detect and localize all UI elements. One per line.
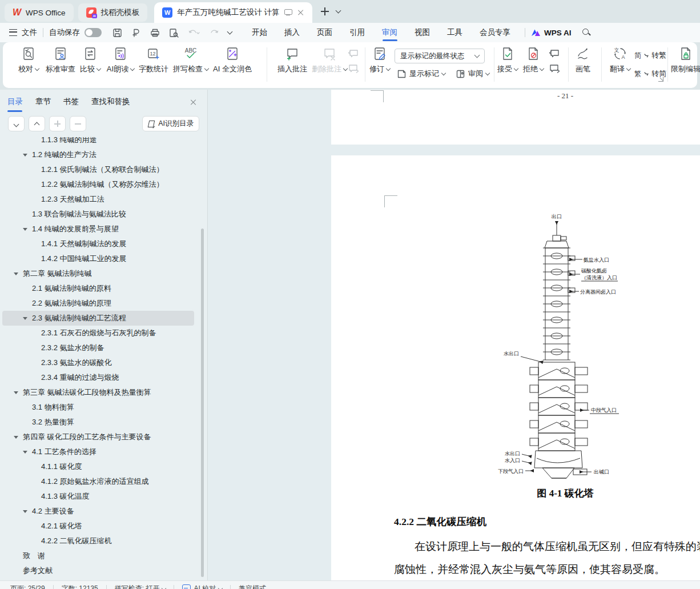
- toc-item[interactable]: 第四章 碳化工段的工艺条件与主要设备: [2, 430, 194, 444]
- sidebar-tab-find-replace[interactable]: 查找和替换: [91, 97, 130, 112]
- tab-list-chevron-icon[interactable]: [336, 8, 341, 14]
- qat-chevron-icon[interactable]: [227, 29, 233, 35]
- toc-item[interactable]: 1.2 纯碱的生产方法: [2, 147, 194, 162]
- previous-heading-button[interactable]: [29, 116, 45, 131]
- restrict-editing-button[interactable]: 限制编辑: [671, 46, 700, 74]
- ai-proofread-status[interactable]: AI 校对: [182, 584, 222, 589]
- print-preview-icon[interactable]: [168, 27, 179, 38]
- toc-item[interactable]: 4.1.1 碳化度: [2, 459, 194, 474]
- show-markup-button[interactable]: 显示标记: [397, 69, 445, 79]
- wps-ai-button[interactable]: WPS AI: [531, 29, 572, 37]
- reject-button[interactable]: 拒绝: [523, 46, 544, 74]
- menu-start[interactable]: 开始: [243, 23, 276, 42]
- translate-button[interactable]: 文A 翻译: [610, 46, 630, 74]
- menu-view[interactable]: 视图: [406, 23, 438, 42]
- collapse-arrow-icon[interactable]: [14, 436, 23, 439]
- undo-icon[interactable]: [187, 27, 201, 38]
- toc-item[interactable]: 2.3.3 氨盐水的碳酸化: [2, 355, 194, 370]
- search-icon[interactable]: [582, 28, 591, 37]
- document-page-22[interactable]: 出口 氨盐水入口 碳酸化氨卤 （清洗液）入口 分离器间卤入口 水出口 中段气入口…: [331, 155, 700, 589]
- toc-item[interactable]: 1.4.2 中国纯碱工业的发展: [2, 251, 194, 266]
- sidebar-tab-bookmarks[interactable]: 书签: [63, 97, 79, 112]
- toc-item[interactable]: 4.2 主要设备: [2, 504, 194, 519]
- ai-polish-button[interactable]: AI 全文润色: [213, 46, 252, 74]
- toc-item[interactable]: 2.2 氨碱法制纯碱的原理: [2, 296, 194, 311]
- close-tab-icon[interactable]: [297, 9, 304, 16]
- collapse-arrow-icon[interactable]: [14, 273, 23, 275]
- brush-button[interactable]: 画笔: [576, 46, 590, 74]
- collapse-arrow-icon[interactable]: [23, 510, 32, 513]
- menu-page[interactable]: 页面: [308, 23, 341, 42]
- tab-wps-office[interactable]: W WPS Office: [5, 3, 74, 22]
- sidebar-scrollbar[interactable]: [201, 229, 204, 577]
- next-heading-button[interactable]: [8, 116, 25, 131]
- toc-item[interactable]: 第三章 氨碱法碳化工段物料及热量衡算: [2, 385, 194, 400]
- insert-comment-button[interactable]: 插入批注: [277, 46, 307, 74]
- toc-item[interactable]: 4.1.3 碳化温度: [2, 489, 194, 504]
- tab-document[interactable]: W 年产五万吨纯碱工艺设计 计算: [154, 2, 312, 23]
- previous-comment-icon[interactable]: [348, 49, 359, 59]
- collapse-arrow-icon[interactable]: [23, 451, 32, 454]
- toc-item[interactable]: 4.1 工艺条件的选择: [2, 444, 194, 459]
- menu-membership[interactable]: 会员专享: [471, 23, 519, 42]
- expand-all-button[interactable]: [49, 116, 66, 131]
- menu-reference[interactable]: 引用: [341, 23, 373, 42]
- compare-button[interactable]: 比较: [80, 46, 100, 74]
- word-count-button[interactable]: 12 字数统计: [139, 46, 168, 74]
- file-menu[interactable]: 文件: [22, 27, 37, 38]
- redo-icon[interactable]: [209, 27, 220, 38]
- toc-item[interactable]: 1.2.1 侯氏制碱法（又称联合制碱法）: [2, 162, 194, 177]
- print-icon[interactable]: [150, 27, 160, 38]
- toc-item[interactable]: 4.2.1 碳化塔: [2, 519, 194, 534]
- sidebar-tab-toc[interactable]: 目录: [7, 97, 23, 112]
- toc-item[interactable]: 2.3.2 氨盐水的制备: [2, 340, 194, 355]
- next-comment-icon[interactable]: [348, 63, 359, 74]
- ai-recognize-toc-button[interactable]: AI识别目录: [142, 116, 199, 131]
- to-traditional-button[interactable]: 简 转繁: [634, 50, 666, 61]
- toc-item[interactable]: 第二章 氨碱法制纯碱: [2, 266, 194, 281]
- collapse-arrow-icon[interactable]: [23, 228, 32, 231]
- menu-tools[interactable]: 工具: [438, 23, 471, 42]
- toc-item[interactable]: 1.3 联合制碱法与氨碱法比较: [2, 207, 194, 222]
- proofread-button[interactable]: 校对: [18, 46, 39, 74]
- tab-template[interactable]: AI 找稻壳模板: [78, 3, 148, 22]
- menu-review[interactable]: 审阅: [373, 23, 406, 42]
- ai-read-aloud-button[interactable]: AI朗读: [107, 46, 134, 74]
- markup-state-dropdown[interactable]: 显示标记的最终状态: [395, 49, 485, 63]
- hamburger-icon[interactable]: [9, 29, 17, 36]
- toc-item[interactable]: 1.4.1 天然碱制碱法的发展: [2, 237, 194, 251]
- delete-comment-button[interactable]: 删除批注: [312, 46, 347, 74]
- toc-item[interactable]: 1.4 纯碱的发展前景与展望: [2, 222, 194, 237]
- collapse-arrow-icon[interactable]: [23, 317, 32, 320]
- previous-change-icon[interactable]: [549, 49, 560, 59]
- document-area[interactable]: - 21 -: [208, 90, 700, 589]
- toc-item[interactable]: 2.1 氨碱法制纯碱的原料: [2, 281, 194, 296]
- toc-item[interactable]: 1.2.2 氨碱法制纯碱（又称苏尔维法）: [2, 177, 194, 192]
- spell-check-status[interactable]: 拼写检查: 打开: [115, 584, 166, 589]
- toc-item[interactable]: 2.3.4 重碱的过滤与煅烧: [2, 370, 194, 385]
- close-sidebar-icon[interactable]: [190, 99, 197, 106]
- accept-button[interactable]: 接受: [497, 46, 518, 74]
- collapse-all-button[interactable]: [70, 116, 86, 131]
- track-changes-button[interactable]: 修订: [369, 46, 390, 74]
- review-pane-button[interactable]: 审阅: [456, 69, 489, 79]
- toc-item[interactable]: 致 谢: [2, 548, 194, 563]
- export-pdf-icon[interactable]: [131, 27, 142, 38]
- collapse-arrow-icon[interactable]: [14, 391, 23, 394]
- toc-item[interactable]: 2.3 氨碱法制纯碱的工艺流程: [2, 311, 194, 326]
- save-icon[interactable]: [112, 27, 123, 38]
- document-page-21[interactable]: - 21 -: [331, 90, 700, 145]
- toc-item[interactable]: 参考文献: [2, 563, 194, 578]
- toc-item[interactable]: 1.1.3 纯碱的用途: [2, 137, 194, 147]
- toc-item[interactable]: 4.1.2 原始氨盐水溶液的适宜组成: [2, 474, 194, 489]
- next-change-icon[interactable]: [549, 63, 560, 74]
- group-expander-icon[interactable]: [658, 77, 663, 82]
- autosave-toggle[interactable]: [85, 28, 102, 37]
- menu-insert[interactable]: 插入: [276, 23, 308, 42]
- sidebar-tab-chapters[interactable]: 章节: [35, 97, 51, 112]
- new-tab-button[interactable]: [320, 7, 329, 16]
- toc-item[interactable]: 3.1 物料衡算: [2, 400, 194, 415]
- toc-item[interactable]: 2.3.1 石灰石的煅烧与石灰乳的制备: [2, 326, 194, 340]
- toc-item[interactable]: 4.2.2 二氧化碳压缩机: [2, 534, 194, 548]
- collapse-arrow-icon[interactable]: [23, 154, 32, 157]
